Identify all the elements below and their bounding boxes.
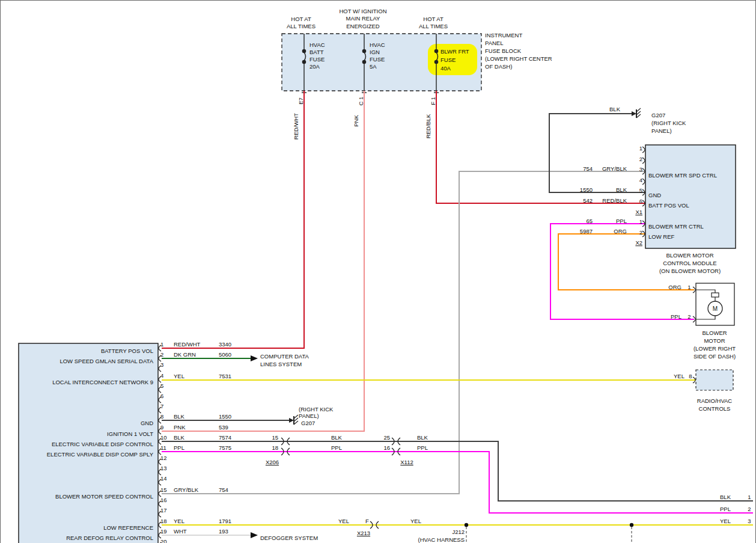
circuit-number-label: 5060 bbox=[219, 352, 231, 358]
pin-number: 2 bbox=[639, 156, 642, 162]
signal-name-label: ELECTRIC VARIABLE DISP COMP SPLY bbox=[47, 452, 153, 458]
arrow-computer-data-icon bbox=[251, 355, 258, 361]
terminal-label: 18 bbox=[272, 445, 278, 451]
connector-id-label: X206 bbox=[266, 459, 279, 465]
pin-number: 6 bbox=[160, 393, 163, 399]
pin-number: 1 bbox=[687, 284, 690, 290]
wire-color-label: YEL bbox=[674, 373, 684, 379]
pin-number: 17 bbox=[160, 508, 167, 514]
ground-symbol-g207-lower bbox=[289, 415, 298, 425]
pin-number: 11 bbox=[160, 445, 166, 451]
signal-name-label: BLOWER MOTOR SPEED CONTROL bbox=[55, 494, 153, 500]
pin-number: 13 bbox=[160, 465, 167, 471]
pin-number: 8 bbox=[689, 373, 692, 379]
pin-number: 1 bbox=[160, 342, 163, 348]
wire-color-label: PPL bbox=[417, 445, 428, 451]
module-caption: (LOWER RIGHT bbox=[694, 346, 736, 352]
fuse-label: HVAC bbox=[370, 42, 385, 48]
signal-name-label: REAR DEFOG RELAY CONTROL bbox=[66, 535, 153, 541]
pin-number: 4 bbox=[639, 177, 642, 183]
circuit-number-label: 7531 bbox=[219, 373, 231, 379]
ground-location-label: PANEL) bbox=[651, 128, 672, 134]
splice-dot-j212 bbox=[465, 523, 468, 527]
fuse-label-highlighted: FUSE bbox=[440, 57, 456, 63]
wire-color-label: BLK bbox=[331, 435, 342, 441]
pin-number: 1 bbox=[748, 494, 751, 500]
signal-name-label: LOW REF bbox=[648, 234, 674, 240]
pin-number: 19 bbox=[160, 529, 167, 535]
wiring-diagram: M bbox=[0, 0, 756, 543]
wire-color-label: RED/BLK bbox=[425, 114, 431, 139]
pin-number: 20 bbox=[160, 539, 167, 543]
fuse-label: HVAC bbox=[309, 42, 325, 48]
fuse-label-highlighted: BLWR FRT bbox=[440, 49, 469, 55]
connector-terminal-label: E7 bbox=[298, 97, 304, 105]
splice-dot-right bbox=[630, 523, 633, 527]
circuit-number-label: 754 bbox=[219, 487, 228, 493]
ground-name-label: G207 bbox=[651, 112, 665, 118]
wire-color-label: PNK bbox=[353, 115, 359, 127]
circuit-number-label: 3340 bbox=[219, 342, 231, 348]
circuit-number-label: 539 bbox=[219, 425, 228, 431]
wire-color-label: PPL bbox=[616, 218, 627, 224]
fuse-rating-label-highlighted: 40A bbox=[440, 66, 451, 72]
wire-blk-7574 bbox=[162, 441, 753, 501]
signal-name-label: BATTERY POS VOL bbox=[101, 348, 153, 354]
circuit-number-label: 542 bbox=[583, 198, 593, 204]
inline-connector-x206 bbox=[281, 438, 290, 455]
pin-number: 10 bbox=[160, 435, 167, 441]
module-caption: CONTROLS bbox=[699, 406, 731, 412]
wire-blk-1550-g207 bbox=[549, 114, 645, 192]
blower-motor-symbol bbox=[696, 283, 734, 325]
ground-location-label: PANEL) bbox=[299, 413, 319, 419]
fuse-block-name: OF DASH) bbox=[485, 64, 512, 70]
ground-location-label: (RIGHT KICK bbox=[651, 120, 686, 126]
wire-color-label: YEL bbox=[720, 518, 731, 524]
wire-color-label: BLK bbox=[720, 494, 731, 500]
circuit-number-label: 1550 bbox=[219, 414, 231, 420]
signal-name-label: BLOWER MTR SPD CTRL bbox=[648, 173, 717, 179]
connector-id-label: X213 bbox=[357, 530, 370, 536]
radio-hvac-controls-box bbox=[696, 370, 733, 390]
power-label: HOT AT bbox=[423, 16, 443, 22]
fuse-block-name: FUSE BLOCK bbox=[485, 48, 521, 54]
wire-color-label: PPL bbox=[671, 314, 681, 320]
module-caption: CONTROL MODULE bbox=[663, 260, 716, 266]
fuse-block-name: INSTRUMENT bbox=[485, 32, 522, 38]
signal-name-label: LOCAL INTERCONNECT NETWORK 9 bbox=[52, 379, 153, 385]
wire-color-label: PPL bbox=[720, 506, 731, 512]
wire-color-label: YEL bbox=[338, 518, 349, 524]
pin-number: 18 bbox=[160, 518, 167, 524]
terminal-label: 16 bbox=[383, 445, 390, 451]
pin-number: 4 bbox=[160, 373, 163, 379]
signal-name-label: BLOWER MTR CTRL bbox=[648, 224, 704, 230]
ground-symbol-g207-top bbox=[632, 108, 641, 118]
circuit-number-label: 7574 bbox=[219, 435, 231, 441]
power-label: HOT AT bbox=[291, 16, 311, 22]
system-link-label: LINES SYSTEM bbox=[260, 361, 302, 367]
pin-number: 7 bbox=[160, 403, 163, 410]
wire-color-label: DK GRN bbox=[174, 352, 196, 358]
wire-color-label: BLK bbox=[616, 187, 627, 193]
connector-terminal-label: F 1 bbox=[430, 97, 436, 105]
wire-color-label: PNK bbox=[174, 425, 186, 431]
wire-color-label: YEL bbox=[410, 518, 421, 524]
wire-color-label: RED/WHT bbox=[174, 342, 200, 348]
power-label: ALL TIMES bbox=[287, 23, 316, 29]
fuse-block-name: (LOWER RIGHT CENTER bbox=[485, 56, 552, 62]
power-label: HOT W/ IGNITION bbox=[340, 8, 387, 14]
wire-color-label: WHT bbox=[174, 529, 187, 535]
terminal-label: 15 bbox=[272, 435, 278, 441]
fuse-block-name: PANEL bbox=[485, 40, 503, 46]
power-label: MAIN RELAY bbox=[346, 16, 380, 22]
pin-number: 1 bbox=[639, 146, 642, 152]
wire-color-label: PPL bbox=[331, 445, 342, 451]
arrow-defogger-icon bbox=[251, 532, 258, 538]
power-label: ALL TIMES bbox=[419, 23, 448, 29]
pin-number: 2 bbox=[639, 230, 642, 236]
signal-name-label: GND bbox=[648, 192, 661, 198]
connector-id-label: X2 bbox=[635, 240, 642, 246]
pin-number: 2 bbox=[687, 314, 690, 320]
pin-number: 14 bbox=[160, 476, 167, 482]
circuit-number-label: 5987 bbox=[580, 229, 593, 235]
